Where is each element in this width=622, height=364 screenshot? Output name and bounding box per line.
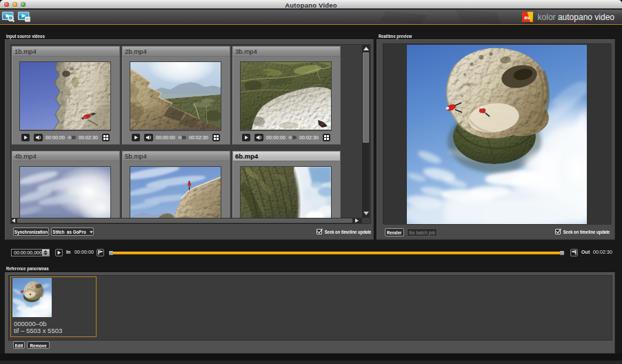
svg-text:av: av	[524, 14, 530, 21]
